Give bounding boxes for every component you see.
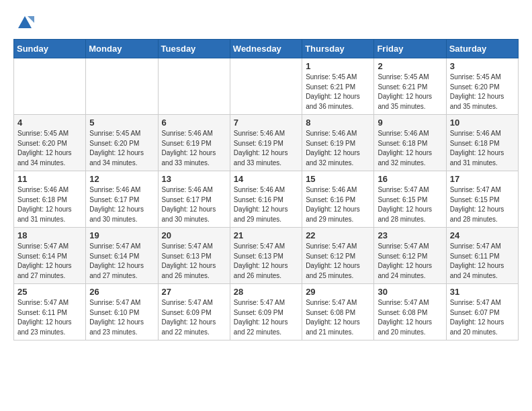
weekday-header-friday: Friday bbox=[374, 40, 446, 58]
day-info: Sunrise: 5:47 AM Sunset: 6:14 PM Dayligh… bbox=[17, 242, 82, 281]
calendar-cell: 15Sunrise: 5:46 AM Sunset: 6:16 PM Dayli… bbox=[302, 171, 374, 228]
calendar-cell: 22Sunrise: 5:47 AM Sunset: 6:12 PM Dayli… bbox=[302, 228, 374, 284]
calendar-cell: 21Sunrise: 5:47 AM Sunset: 6:13 PM Dayli… bbox=[230, 228, 302, 284]
day-number: 26 bbox=[89, 287, 154, 297]
day-info: Sunrise: 5:46 AM Sunset: 6:17 PM Dayligh… bbox=[162, 185, 226, 224]
day-number: 19 bbox=[89, 230, 154, 240]
calendar-cell: 4Sunrise: 5:45 AM Sunset: 6:20 PM Daylig… bbox=[14, 115, 86, 171]
day-number: 12 bbox=[89, 174, 154, 184]
calendar-cell: 1Sunrise: 5:45 AM Sunset: 6:21 PM Daylig… bbox=[302, 58, 374, 115]
day-number: 18 bbox=[17, 230, 82, 240]
day-info: Sunrise: 5:47 AM Sunset: 6:13 PM Dayligh… bbox=[162, 242, 226, 281]
day-info: Sunrise: 5:47 AM Sunset: 6:11 PM Dayligh… bbox=[17, 298, 82, 337]
day-info: Sunrise: 5:47 AM Sunset: 6:07 PM Dayligh… bbox=[450, 298, 515, 337]
day-number: 24 bbox=[450, 230, 515, 240]
calendar-cell: 26Sunrise: 5:47 AM Sunset: 6:10 PM Dayli… bbox=[86, 284, 158, 340]
day-info: Sunrise: 5:46 AM Sunset: 6:18 PM Dayligh… bbox=[17, 185, 82, 224]
day-number: 7 bbox=[234, 118, 298, 128]
day-number: 16 bbox=[378, 174, 442, 184]
calendar-cell: 11Sunrise: 5:46 AM Sunset: 6:18 PM Dayli… bbox=[14, 171, 86, 228]
calendar-cell: 3Sunrise: 5:45 AM Sunset: 6:20 PM Daylig… bbox=[446, 58, 518, 115]
day-info: Sunrise: 5:46 AM Sunset: 6:18 PM Dayligh… bbox=[450, 129, 515, 168]
day-number: 28 bbox=[234, 287, 298, 297]
page-header bbox=[13, 13, 519, 32]
day-number: 30 bbox=[378, 287, 442, 297]
calendar-cell: 14Sunrise: 5:46 AM Sunset: 6:16 PM Dayli… bbox=[230, 171, 302, 228]
day-info: Sunrise: 5:45 AM Sunset: 6:20 PM Dayligh… bbox=[450, 73, 515, 111]
calendar-cell: 28Sunrise: 5:47 AM Sunset: 6:09 PM Dayli… bbox=[230, 284, 302, 340]
calendar-cell: 17Sunrise: 5:47 AM Sunset: 6:15 PM Dayli… bbox=[446, 171, 518, 228]
week-row-1: 1Sunrise: 5:45 AM Sunset: 6:21 PM Daylig… bbox=[14, 58, 519, 115]
day-info: Sunrise: 5:46 AM Sunset: 6:19 PM Dayligh… bbox=[162, 129, 226, 168]
day-number: 4 bbox=[17, 118, 82, 128]
day-info: Sunrise: 5:45 AM Sunset: 6:20 PM Dayligh… bbox=[89, 129, 154, 168]
calendar-cell: 31Sunrise: 5:47 AM Sunset: 6:07 PM Dayli… bbox=[446, 284, 518, 340]
day-number: 29 bbox=[306, 287, 370, 297]
calendar-cell: 2Sunrise: 5:45 AM Sunset: 6:21 PM Daylig… bbox=[374, 58, 446, 115]
day-number: 21 bbox=[234, 230, 298, 240]
calendar-cell: 12Sunrise: 5:46 AM Sunset: 6:17 PM Dayli… bbox=[86, 171, 158, 228]
calendar-cell: 24Sunrise: 5:47 AM Sunset: 6:11 PM Dayli… bbox=[446, 228, 518, 284]
day-number: 1 bbox=[306, 61, 370, 71]
weekday-header-wednesday: Wednesday bbox=[230, 40, 302, 58]
day-info: Sunrise: 5:47 AM Sunset: 6:15 PM Dayligh… bbox=[378, 185, 442, 224]
day-number: 3 bbox=[450, 61, 515, 71]
week-row-4: 18Sunrise: 5:47 AM Sunset: 6:14 PM Dayli… bbox=[14, 228, 519, 284]
calendar-cell: 20Sunrise: 5:47 AM Sunset: 6:13 PM Dayli… bbox=[158, 228, 230, 284]
day-number: 6 bbox=[162, 118, 226, 128]
weekday-header-sunday: Sunday bbox=[14, 40, 86, 58]
day-info: Sunrise: 5:47 AM Sunset: 6:09 PM Dayligh… bbox=[234, 298, 298, 337]
day-number: 14 bbox=[234, 174, 298, 184]
day-info: Sunrise: 5:47 AM Sunset: 6:08 PM Dayligh… bbox=[306, 298, 370, 337]
calendar-cell: 27Sunrise: 5:47 AM Sunset: 6:09 PM Dayli… bbox=[158, 284, 230, 340]
day-info: Sunrise: 5:46 AM Sunset: 6:17 PM Dayligh… bbox=[89, 185, 154, 224]
calendar-cell: 25Sunrise: 5:47 AM Sunset: 6:11 PM Dayli… bbox=[14, 284, 86, 340]
calendar-cell bbox=[230, 58, 302, 115]
week-row-2: 4Sunrise: 5:45 AM Sunset: 6:20 PM Daylig… bbox=[14, 115, 519, 171]
calendar-cell bbox=[158, 58, 230, 115]
day-info: Sunrise: 5:47 AM Sunset: 6:13 PM Dayligh… bbox=[234, 242, 298, 281]
day-number: 11 bbox=[17, 174, 82, 184]
day-info: Sunrise: 5:47 AM Sunset: 6:08 PM Dayligh… bbox=[378, 298, 442, 337]
day-info: Sunrise: 5:45 AM Sunset: 6:20 PM Dayligh… bbox=[17, 129, 82, 168]
day-number: 27 bbox=[162, 287, 226, 297]
day-number: 13 bbox=[162, 174, 226, 184]
calendar-cell: 5Sunrise: 5:45 AM Sunset: 6:20 PM Daylig… bbox=[86, 115, 158, 171]
day-number: 5 bbox=[89, 118, 154, 128]
calendar-cell: 9Sunrise: 5:46 AM Sunset: 6:18 PM Daylig… bbox=[374, 115, 446, 171]
day-info: Sunrise: 5:47 AM Sunset: 6:10 PM Dayligh… bbox=[89, 298, 154, 337]
day-info: Sunrise: 5:47 AM Sunset: 6:12 PM Dayligh… bbox=[378, 242, 442, 281]
calendar-table: SundayMondayTuesdayWednesdayThursdayFrid… bbox=[13, 39, 519, 340]
day-info: Sunrise: 5:46 AM Sunset: 6:19 PM Dayligh… bbox=[234, 129, 298, 168]
day-number: 17 bbox=[450, 174, 515, 184]
logo-icon bbox=[15, 13, 34, 32]
weekday-header-thursday: Thursday bbox=[302, 40, 374, 58]
weekday-header-row: SundayMondayTuesdayWednesdayThursdayFrid… bbox=[14, 40, 519, 58]
calendar-cell: 8Sunrise: 5:46 AM Sunset: 6:19 PM Daylig… bbox=[302, 115, 374, 171]
day-info: Sunrise: 5:47 AM Sunset: 6:14 PM Dayligh… bbox=[89, 242, 154, 281]
day-info: Sunrise: 5:47 AM Sunset: 6:15 PM Dayligh… bbox=[450, 185, 515, 224]
calendar-cell: 18Sunrise: 5:47 AM Sunset: 6:14 PM Dayli… bbox=[14, 228, 86, 284]
calendar-cell: 23Sunrise: 5:47 AM Sunset: 6:12 PM Dayli… bbox=[374, 228, 446, 284]
logo bbox=[13, 13, 34, 32]
day-number: 31 bbox=[450, 287, 515, 297]
weekday-header-tuesday: Tuesday bbox=[158, 40, 230, 58]
week-row-3: 11Sunrise: 5:46 AM Sunset: 6:18 PM Dayli… bbox=[14, 171, 519, 228]
day-number: 20 bbox=[162, 230, 226, 240]
day-number: 23 bbox=[378, 230, 442, 240]
day-info: Sunrise: 5:47 AM Sunset: 6:11 PM Dayligh… bbox=[450, 242, 515, 281]
day-info: Sunrise: 5:45 AM Sunset: 6:21 PM Dayligh… bbox=[306, 73, 370, 111]
weekday-header-saturday: Saturday bbox=[446, 40, 518, 58]
day-number: 8 bbox=[306, 118, 370, 128]
calendar-cell: 13Sunrise: 5:46 AM Sunset: 6:17 PM Dayli… bbox=[158, 171, 230, 228]
day-number: 15 bbox=[306, 174, 370, 184]
calendar-cell: 10Sunrise: 5:46 AM Sunset: 6:18 PM Dayli… bbox=[446, 115, 518, 171]
calendar-cell: 7Sunrise: 5:46 AM Sunset: 6:19 PM Daylig… bbox=[230, 115, 302, 171]
day-info: Sunrise: 5:46 AM Sunset: 6:19 PM Dayligh… bbox=[306, 129, 370, 168]
day-info: Sunrise: 5:47 AM Sunset: 6:12 PM Dayligh… bbox=[306, 242, 370, 281]
calendar-cell: 29Sunrise: 5:47 AM Sunset: 6:08 PM Dayli… bbox=[302, 284, 374, 340]
calendar-cell bbox=[86, 58, 158, 115]
calendar-cell: 30Sunrise: 5:47 AM Sunset: 6:08 PM Dayli… bbox=[374, 284, 446, 340]
day-number: 25 bbox=[17, 287, 82, 297]
day-info: Sunrise: 5:46 AM Sunset: 6:16 PM Dayligh… bbox=[306, 185, 370, 224]
